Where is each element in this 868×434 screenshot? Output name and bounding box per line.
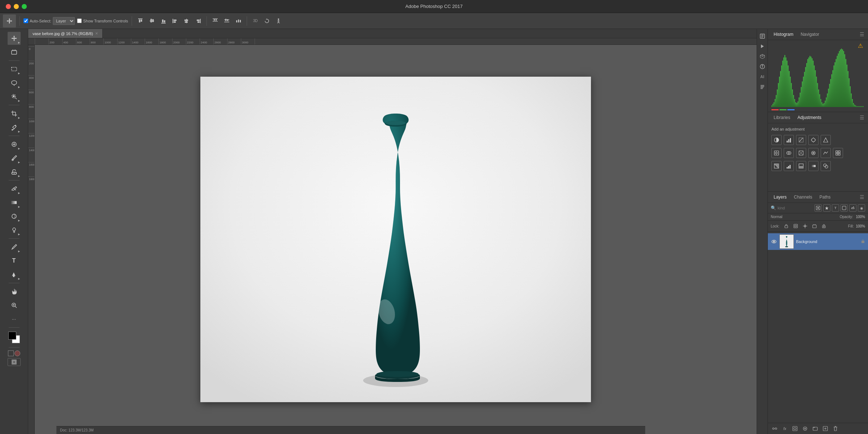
align-left-btn[interactable] bbox=[170, 16, 180, 26]
layer-item-background[interactable]: Background bbox=[768, 233, 868, 250]
zoom-tool[interactable] bbox=[8, 299, 21, 312]
lock-image-btn[interactable] bbox=[792, 222, 800, 230]
filter-smart-btn[interactable] bbox=[849, 204, 856, 212]
lock-position-btn[interactable] bbox=[801, 222, 809, 230]
histogram-tab[interactable]: Histogram bbox=[771, 31, 796, 38]
type-tool[interactable]: T bbox=[8, 254, 21, 267]
marquee-rect-tool[interactable]: ▶ bbox=[8, 63, 21, 76]
filter-adjust-btn[interactable] bbox=[823, 204, 830, 212]
adjustments-menu-btn[interactable]: ☰ bbox=[860, 115, 864, 120]
curves-btn[interactable] bbox=[796, 135, 806, 145]
navigator-tab[interactable]: Navigator bbox=[799, 31, 821, 38]
channels-tab[interactable]: Channels bbox=[792, 194, 814, 200]
pen-tool[interactable]: ▶ bbox=[8, 241, 21, 254]
artboard-tool[interactable] bbox=[8, 46, 21, 59]
distribute-bottom-btn[interactable] bbox=[234, 16, 243, 26]
move-tool-toolbar[interactable] bbox=[3, 14, 16, 27]
foreground-color-swatch[interactable] bbox=[8, 332, 16, 340]
distribute-vcenter-btn[interactable] bbox=[222, 16, 231, 26]
close-button[interactable] bbox=[6, 4, 11, 9]
info-btn[interactable] bbox=[758, 62, 767, 71]
brightness-contrast-btn[interactable] bbox=[771, 135, 782, 145]
auto-select-type[interactable]: Layer Group bbox=[53, 17, 75, 25]
eraser-tool[interactable]: ▶ bbox=[8, 182, 21, 195]
learn-btn[interactable]: AI bbox=[758, 72, 767, 81]
layer-adjustment-btn[interactable] bbox=[801, 425, 809, 433]
layers-menu-btn[interactable]: ☰ bbox=[860, 194, 864, 200]
puppet-btn[interactable] bbox=[274, 16, 283, 26]
libraries-tab[interactable]: Libraries bbox=[771, 114, 792, 121]
quick-mask-btn[interactable] bbox=[8, 349, 21, 357]
filter-shape-btn[interactable] bbox=[841, 204, 848, 212]
adjustments-tab[interactable]: Adjustments bbox=[795, 114, 824, 121]
canvas-tab-vase[interactable]: vase before.jpg @ 16.7% (RGB/8) ✕ bbox=[28, 29, 103, 38]
dodge-tool[interactable]: ▶ bbox=[8, 224, 21, 237]
layer-mask-btn[interactable] bbox=[791, 425, 799, 433]
lock-artboard-btn[interactable] bbox=[810, 222, 818, 230]
posterize-btn[interactable] bbox=[784, 161, 794, 171]
threshold-btn[interactable] bbox=[796, 161, 806, 171]
canvas-area[interactable]: vase before.jpg @ 16.7% (RGB/8) ✕ 200 40… bbox=[28, 29, 757, 434]
extra-tools[interactable]: ··· bbox=[8, 312, 21, 326]
align-hcenter-btn[interactable] bbox=[182, 16, 191, 26]
hue-saturation-btn[interactable] bbox=[771, 148, 782, 158]
new-layer-btn[interactable] bbox=[821, 425, 829, 433]
black-white-btn[interactable] bbox=[796, 148, 806, 158]
clone-stamp-tool[interactable]: ▶ bbox=[8, 165, 21, 178]
selective-color-btn[interactable] bbox=[821, 161, 831, 171]
auto-select-checkbox[interactable] bbox=[24, 18, 28, 23]
healing-tool[interactable]: ▶ bbox=[8, 138, 21, 151]
color-balance-btn[interactable] bbox=[784, 148, 794, 158]
filter-type-btn[interactable]: T bbox=[832, 204, 839, 212]
photo-filter-btn[interactable] bbox=[808, 148, 818, 158]
levels-btn[interactable] bbox=[784, 135, 794, 145]
move-tool[interactable]: ▶ bbox=[8, 32, 21, 45]
lock-transparency-btn[interactable] bbox=[782, 222, 790, 230]
crop-tool[interactable]: ▶ bbox=[8, 107, 21, 120]
canvas-tab-close[interactable]: ✕ bbox=[95, 31, 98, 35]
screen-mode-btn[interactable] bbox=[8, 358, 21, 366]
delete-layer-btn[interactable] bbox=[831, 425, 839, 433]
quick-select-tool[interactable]: ▶ bbox=[8, 90, 21, 103]
vibrance-btn[interactable] bbox=[821, 135, 831, 145]
blur-tool[interactable]: ▶ bbox=[8, 210, 21, 223]
paths-tab[interactable]: Paths bbox=[817, 194, 833, 200]
layer-fx-btn[interactable]: fx bbox=[781, 425, 789, 433]
layers-tab[interactable]: Layers bbox=[771, 194, 789, 200]
layer-group-btn[interactable] bbox=[811, 425, 819, 433]
canvas-viewport[interactable] bbox=[35, 45, 757, 434]
exposure-btn[interactable] bbox=[808, 135, 818, 145]
paragraph-btn[interactable] bbox=[758, 82, 767, 91]
filter-pixel-btn[interactable] bbox=[814, 204, 822, 212]
3d-btn[interactable]: 3D bbox=[251, 16, 260, 26]
maximize-button[interactable] bbox=[22, 4, 27, 9]
hand-tool[interactable] bbox=[8, 285, 21, 298]
color-swatches[interactable] bbox=[8, 331, 21, 344]
distribute-top-btn[interactable] bbox=[210, 16, 220, 26]
gradient-tool[interactable]: ▶ bbox=[8, 196, 21, 209]
show-transform-checkbox[interactable] bbox=[77, 18, 82, 23]
brush-tool[interactable]: ▶ bbox=[8, 152, 21, 165]
filter-toggle-btn[interactable]: ◉ bbox=[858, 204, 865, 212]
history-btn[interactable] bbox=[758, 32, 767, 41]
color-lookup-btn[interactable] bbox=[833, 148, 843, 158]
align-right-btn[interactable] bbox=[193, 16, 203, 26]
align-vcenter-btn[interactable] bbox=[147, 16, 157, 26]
3d-panel-btn[interactable] bbox=[758, 52, 767, 61]
gradient-map-btn[interactable] bbox=[808, 161, 818, 171]
play-btn[interactable] bbox=[758, 42, 767, 51]
lock-all-btn[interactable] bbox=[820, 222, 828, 230]
channel-mixer-btn[interactable] bbox=[821, 148, 831, 158]
layer-visibility-toggle[interactable] bbox=[771, 238, 777, 245]
path-select-tool[interactable]: ▶ bbox=[8, 268, 21, 281]
rotate-btn[interactable] bbox=[262, 16, 272, 26]
invert-btn[interactable] bbox=[771, 161, 782, 171]
align-bottom-btn[interactable] bbox=[159, 16, 168, 26]
lasso-tool[interactable]: ▶ bbox=[8, 76, 21, 89]
layer-link-btn[interactable] bbox=[771, 425, 779, 433]
eyedropper-tool[interactable]: ▶ bbox=[8, 121, 21, 134]
align-top-btn[interactable] bbox=[136, 16, 145, 26]
minimize-button[interactable] bbox=[14, 4, 19, 9]
histogram-menu-btn[interactable]: ☰ bbox=[860, 31, 864, 37]
layers-search-input[interactable] bbox=[778, 206, 799, 210]
